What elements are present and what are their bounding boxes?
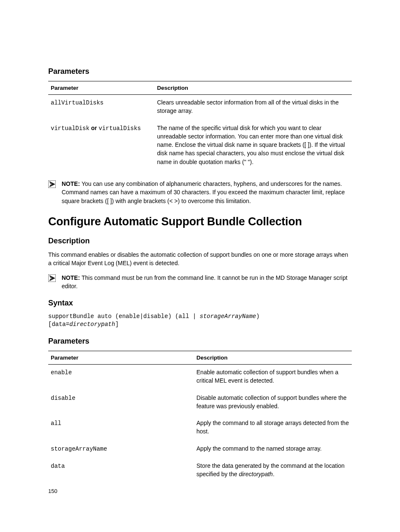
- note-icon: [48, 274, 56, 282]
- parameters-table-2: Parameter Description enable Enable auto…: [48, 351, 352, 484]
- param-desc: The name of the specific virtual disk fo…: [154, 120, 352, 171]
- param-desc: Store the data generated by the command …: [194, 458, 352, 484]
- note-icon: [48, 180, 56, 188]
- table-header-row: Parameter Description: [48, 351, 352, 364]
- table-row: disable Disable automatic collection of …: [48, 390, 352, 416]
- description-text: This command enables or disables the aut…: [48, 250, 352, 268]
- param-name-part2: virtualDisks: [99, 125, 141, 132]
- heading-parameters-1: Parameters: [48, 67, 352, 76]
- page-number: 150: [48, 488, 57, 494]
- col-description: Description: [154, 81, 352, 95]
- param-desc: Apply the command to the named storage a…: [194, 441, 352, 458]
- table-row: enable Enable automatic collection of su…: [48, 364, 352, 390]
- note-label: NOTE:: [62, 274, 81, 281]
- note-block-2: NOTE: This command must be run from the …: [48, 274, 352, 291]
- param-name: all: [51, 420, 61, 427]
- col-parameter: Parameter: [48, 81, 154, 95]
- param-desc: Enable automatic collection of support b…: [194, 364, 352, 390]
- table-row: data Store the data generated by the com…: [48, 458, 352, 484]
- syntax-code: supportBundle auto (enable|disable) (all…: [48, 313, 352, 329]
- note-label: NOTE:: [62, 180, 81, 187]
- param-name: enable: [51, 369, 72, 376]
- param-name-part1: virtualDisk: [51, 125, 89, 132]
- col-description: Description: [194, 351, 352, 364]
- heading-description: Description: [48, 237, 352, 245]
- table-row: all Apply the command to all storage arr…: [48, 415, 352, 441]
- note-text: NOTE: You can use any combination of alp…: [62, 180, 352, 205]
- table-header-row: Parameter Description: [48, 81, 352, 95]
- param-desc: Disable automatic collection of support …: [194, 390, 352, 416]
- param-name: allVirtualDisks: [51, 99, 104, 106]
- param-name: data: [51, 463, 65, 469]
- note-body: You can use any combination of alphanume…: [62, 180, 345, 204]
- page-title: Configure Automatic Support Bundle Colle…: [48, 215, 352, 228]
- table-row: storageArrayName Apply the command to th…: [48, 441, 352, 458]
- note-block-1: NOTE: You can use any combination of alp…: [48, 180, 352, 205]
- heading-syntax: Syntax: [48, 299, 352, 308]
- param-name: storageArrayName: [51, 446, 107, 452]
- col-parameter: Parameter: [48, 351, 194, 364]
- note-body: This command must be run from the comman…: [62, 274, 348, 289]
- param-desc: Apply the command to all storage arrays …: [194, 415, 352, 441]
- param-name: disable: [51, 395, 75, 402]
- table-row: virtualDisk or virtualDisks The name of …: [48, 120, 352, 171]
- parameters-table-1: Parameter Description allVirtualDisks Cl…: [48, 81, 352, 171]
- param-name-cell: virtualDisk or virtualDisks: [48, 120, 154, 171]
- table-row: allVirtualDisks Clears unreadable sector…: [48, 95, 352, 120]
- param-or: or: [89, 125, 99, 131]
- heading-parameters-2: Parameters: [48, 337, 352, 346]
- note-text: NOTE: This command must be run from the …: [62, 274, 352, 291]
- document-page: Parameters Parameter Description allVirt…: [0, 0, 400, 532]
- param-desc: Clears unreadable sector information fro…: [154, 95, 352, 120]
